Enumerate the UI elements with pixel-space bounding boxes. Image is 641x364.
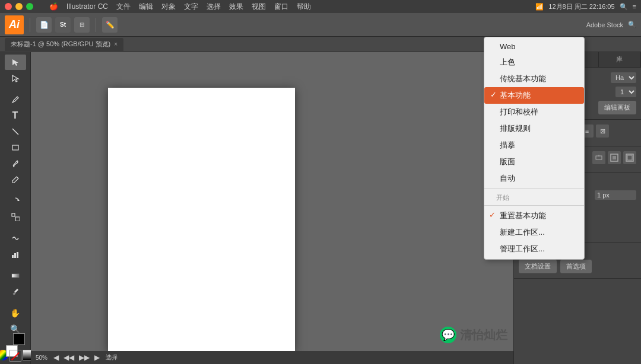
menu-auto[interactable]: 自动: [484, 170, 584, 187]
edit-artboard-btn[interactable]: 编辑画板: [598, 101, 636, 114]
svg-rect-6: [14, 253, 16, 258]
search-icon[interactable]: 🔍: [620, 3, 628, 11]
apple-menu[interactable]: 🍎: [45, 2, 62, 11]
st-btn[interactable]: St: [55, 17, 71, 33]
tab-close-icon[interactable]: ×: [114, 41, 118, 47]
menu-manage-workspace[interactable]: 管理工作区...: [484, 241, 584, 257]
time-display: 12月8日 周二 22:16:05: [548, 2, 614, 11]
svg-rect-4: [15, 217, 20, 221]
close-button[interactable]: [5, 3, 12, 10]
eyedropper-tool[interactable]: [5, 284, 26, 299]
line-tool[interactable]: [5, 124, 26, 139]
tool-group-special: [0, 231, 30, 262]
ai-logo: Ai: [5, 15, 24, 34]
gradient-tool[interactable]: [5, 268, 26, 283]
app-toolbar: Ai 📄 St ⊟ ✏️ Adobe Stock 🔍: [0, 13, 641, 37]
new-doc-btn[interactable]: 📄: [36, 17, 52, 33]
menu-object[interactable]: 对象: [157, 2, 180, 12]
tab-library[interactable]: 库: [599, 52, 641, 67]
menu-tracing[interactable]: 描摹: [484, 137, 584, 154]
menu-bar: 🍎 Illustrator CC 文件 编辑 对象 文字 选择 效果 视图 窗口…: [45, 2, 315, 12]
tool-group-nav: ✋ 🔍: [0, 305, 30, 337]
minimize-button[interactable]: [15, 3, 23, 10]
warp-tool[interactable]: [5, 231, 26, 246]
direct-select-tool[interactable]: [5, 71, 26, 86]
align-to-page[interactable]: [623, 151, 636, 164]
chart-tool[interactable]: [5, 247, 26, 262]
align-icon-6[interactable]: ⊠: [596, 124, 609, 138]
next-artboard-btn[interactable]: ▶: [93, 353, 101, 362]
keyboard-input[interactable]: [595, 190, 636, 200]
unit-select[interactable]: Ha: [611, 72, 636, 83]
menu-help[interactable]: 帮助: [293, 2, 315, 12]
pen-tool[interactable]: [5, 92, 26, 107]
menu-edit[interactable]: 编辑: [135, 2, 157, 12]
paintbrush-tool[interactable]: [5, 156, 26, 171]
svg-rect-1: [12, 145, 18, 150]
menu-divider-1: [484, 189, 584, 189]
tab-title: 未标题-1 @ 50% (RGB/GPU 预览): [11, 40, 110, 49]
first-artboard-btn[interactable]: ◀◀: [62, 353, 75, 362]
hand-tool[interactable]: ✋: [5, 305, 26, 321]
rotate-tool[interactable]: [5, 193, 26, 209]
toolbar-separator-1: [30, 18, 30, 32]
menu-window[interactable]: 窗口: [270, 2, 293, 12]
menu-layout-rules[interactable]: 排版规则: [484, 120, 584, 137]
adobe-stock-label: Adobe Stock: [586, 21, 623, 28]
menu-reset[interactable]: 重置基本功能: [484, 207, 584, 224]
menu-new-workspace[interactable]: 新建工作区...: [484, 224, 584, 241]
menu-layout[interactable]: 版面: [484, 154, 584, 170]
align-to-icons: [592, 151, 636, 164]
select-tool[interactable]: [5, 55, 26, 70]
workspace-dropdown[interactable]: Web 上色 传统基本功能 基本功能 打印和校样 排版规则 描摹 版面 自动 开…: [484, 37, 585, 260]
svg-rect-7: [17, 252, 18, 258]
none-color-icon[interactable]: [9, 350, 21, 362]
rect-tool[interactable]: [5, 140, 26, 155]
menu-select[interactable]: 选择: [202, 2, 225, 12]
doc-setup-btn[interactable]: 文档设置: [519, 260, 557, 273]
pen-tool-icon[interactable]: ✏️: [102, 17, 118, 33]
menu-print[interactable]: 打印和校样: [484, 104, 584, 120]
document-tab[interactable]: 未标题-1 @ 50% (RGB/GPU 预览) ×: [5, 38, 123, 51]
menu-type[interactable]: 文字: [180, 2, 202, 12]
color-mode-row: [0, 350, 33, 362]
svg-rect-5: [12, 255, 14, 258]
toolbar-right: Adobe Stock 🔍: [586, 21, 636, 28]
watermark: 💬 清怡灿烂: [440, 327, 507, 343]
text-tool[interactable]: T: [5, 108, 26, 123]
menu-effect[interactable]: 效果: [225, 2, 247, 12]
view-mode-btn[interactable]: ⊟: [74, 17, 90, 33]
tool-group-select: [0, 55, 30, 86]
align-to-artboard[interactable]: [608, 151, 621, 164]
left-toolbar: T: [0, 52, 31, 364]
pencil-tool[interactable]: [5, 172, 26, 187]
app-name-menu[interactable]: Illustrator CC: [62, 2, 112, 11]
menu-color[interactable]: 上色: [484, 54, 584, 71]
tool-group-gradient: [0, 268, 30, 299]
svg-line-0: [12, 129, 18, 135]
tool-group-pen: T: [0, 92, 30, 187]
panel-num-select[interactable]: 1: [615, 87, 636, 97]
align-to-selection[interactable]: [592, 151, 605, 164]
toolbar-separator-2: [96, 18, 96, 32]
menu-essentials[interactable]: 基本功能: [484, 87, 584, 104]
scale-tool[interactable]: [5, 209, 26, 225]
svg-rect-22: [613, 156, 616, 159]
menu-view[interactable]: 视图: [247, 2, 270, 12]
wechat-icon: 💬: [440, 327, 456, 343]
zoom-navigation: ◀ ◀◀ ▶▶ ▶: [52, 353, 101, 362]
menu-web[interactable]: Web: [484, 39, 584, 54]
menu-file[interactable]: 文件: [112, 2, 135, 12]
svg-rect-8: [12, 274, 19, 277]
menu-legacy[interactable]: 传统基本功能: [484, 71, 584, 87]
last-artboard-btn[interactable]: ▶▶: [78, 353, 91, 362]
background-color[interactable]: [13, 333, 25, 345]
artboard: [108, 88, 295, 352]
prev-artboard-btn[interactable]: ◀: [52, 353, 60, 362]
canvas-area[interactable]: 50% ◀ ◀◀ ▶▶ ▶ 选择 💬 清怡灿烂: [31, 52, 513, 364]
title-bar: 🍎 Illustrator CC 文件 编辑 对象 文字 选择 效果 视图 窗口…: [0, 0, 641, 13]
prefs-btn[interactable]: 首选项: [560, 260, 592, 273]
menu-icon[interactable]: ≡: [633, 3, 636, 10]
maximize-button[interactable]: [26, 3, 33, 10]
toolbar-search-icon[interactable]: 🔍: [628, 21, 636, 28]
